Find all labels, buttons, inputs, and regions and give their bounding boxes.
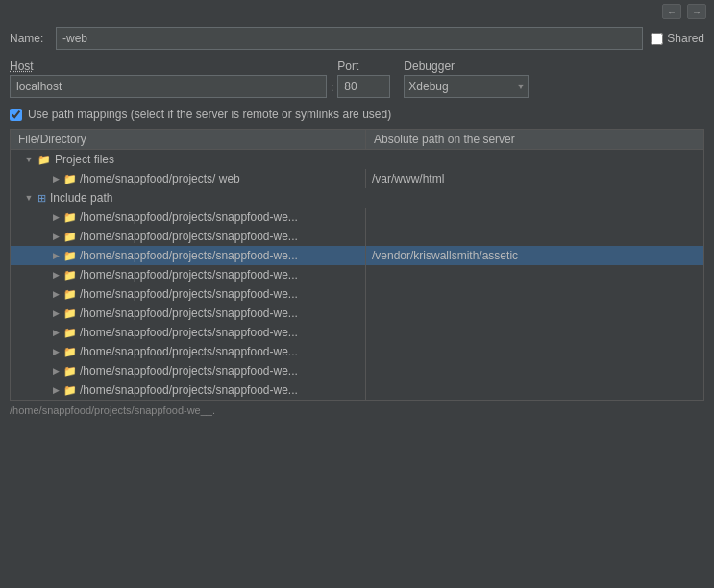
server-path-8 <box>366 349 703 355</box>
include-left-8: ▶ 📁 /home/snappfood/projects/snappfood-w… <box>11 342 366 361</box>
server-path-1 <box>366 214 703 220</box>
server-path-7 <box>366 330 703 335</box>
chevron-right-5: ▶ <box>51 289 61 299</box>
dialog-body: Name: Shared Host : Port Debugger Xdebug… <box>0 21 714 426</box>
include-left-7: ▶ 📁 /home/snappfood/projects/snappfood-w… <box>11 323 366 342</box>
include-row-3[interactable]: ▶ 📁 /home/snappfood/projects/snappfood-w… <box>11 246 703 265</box>
folder-icon-project-child: 📁 <box>63 173 77 185</box>
include-left-2: ▶ 📁 /home/snappfood/projects/snappfood-w… <box>11 227 366 246</box>
host-port-row: Host : Port Debugger Xdebug Zend Debugge… <box>10 60 704 98</box>
include-left-1: ▶ 📁 /home/snappfood/projects/snappfood-w… <box>11 208 366 227</box>
project-file-row[interactable]: ▶ 📁 /home/snappfood/projects/ web /var/w… <box>11 169 703 188</box>
chevron-right-6: ▶ <box>51 308 61 318</box>
folder-icon-9: 📁 <box>63 365 77 378</box>
project-files-label: Project files <box>55 153 114 166</box>
folder-icon-2: 📁 <box>63 231 77 243</box>
chevron-right-7: ▶ <box>51 328 61 337</box>
name-input[interactable] <box>56 27 643 50</box>
include-row-10[interactable]: ▶ 📁 /home/snappfood/projects/snappfood-w… <box>11 380 703 400</box>
path-mapping-row: Use path mappings (select if the server … <box>10 108 704 121</box>
server-path-6 <box>366 310 703 316</box>
folder-icon-project: 📁 <box>37 154 51 166</box>
port-label: Port <box>337 60 390 73</box>
shared-row: Shared <box>651 32 704 45</box>
name-label: Name: <box>10 32 48 45</box>
include-left-10: ▶ 📁 /home/snappfood/projects/snappfood-w… <box>11 380 366 400</box>
name-row: Name: Shared <box>10 27 704 50</box>
port-input[interactable] <box>337 75 390 98</box>
col-file-directory: File/Directory <box>11 130 366 149</box>
chevron-right-8: ▶ <box>51 347 61 356</box>
project-files-section[interactable]: ▼ 📁 Project files <box>11 150 703 169</box>
server-path-5 <box>366 291 703 297</box>
include-row-8[interactable]: ▶ 📁 /home/snappfood/projects/snappfood-w… <box>11 342 703 361</box>
chevron-down-project: ▼ <box>24 155 34 164</box>
top-nav-bar: ← → <box>0 0 714 21</box>
port-group: Port <box>337 60 390 98</box>
include-row-4[interactable]: ▶ 📁 /home/snappfood/projects/snappfood-w… <box>11 265 703 284</box>
server-path-9 <box>366 368 703 374</box>
table-header: File/Directory Absolute path on the serv… <box>11 130 703 150</box>
project-file-server-path: /var/www/html <box>366 169 703 188</box>
include-left-3: ▶ 📁 /home/snappfood/projects/snappfood-w… <box>11 246 366 265</box>
include-path-3: /home/snappfood/projects/snappfood-we... <box>80 249 298 262</box>
host-group: Host <box>10 60 327 98</box>
include-path-8: /home/snappfood/projects/snappfood-we... <box>80 345 298 358</box>
include-path-section[interactable]: ▼ ⊞ Include path <box>11 188 703 208</box>
path-mapping-checkbox[interactable] <box>10 109 22 121</box>
folder-icon-10: 📁 <box>63 384 77 397</box>
server-path-3: /vendor/kriswallsmith/assetic <box>366 246 703 265</box>
path-mapping-label: Use path mappings (select if the server … <box>28 108 391 121</box>
folder-icon-7: 📁 <box>63 327 77 339</box>
col-absolute-path: Absolute path on the server <box>366 130 703 149</box>
server-path-4 <box>366 272 703 278</box>
include-row-9[interactable]: ▶ 📁 /home/snappfood/projects/snappfood-w… <box>11 361 703 380</box>
chevron-right-project-child: ▶ <box>51 174 61 184</box>
chevron-right-3: ▶ <box>51 251 61 260</box>
include-left-9: ▶ 📁 /home/snappfood/projects/snappfood-w… <box>11 361 366 380</box>
shared-label: Shared <box>667 32 704 45</box>
folder-icon-3: 📁 <box>63 250 77 262</box>
server-path-10 <box>366 387 703 393</box>
debugger-select[interactable]: Xdebug Zend Debugger <box>404 75 529 98</box>
include-path-4: /home/snappfood/projects/snappfood-we... <box>80 268 298 282</box>
include-path-1: /home/snappfood/projects/snappfood-we... <box>80 210 298 224</box>
include-path-2: /home/snappfood/projects/snappfood-we... <box>80 230 298 243</box>
chevron-right-2: ▶ <box>51 232 61 241</box>
include-left-6: ▶ 📁 /home/snappfood/projects/snappfood-w… <box>11 304 366 323</box>
project-file-left: ▶ 📁 /home/snappfood/projects/ web <box>11 169 366 188</box>
include-path-9: /home/snappfood/projects/snappfood-we... <box>80 364 298 378</box>
include-path-label: Include path <box>50 191 112 205</box>
shared-checkbox[interactable] <box>651 33 663 45</box>
folder-icon-6: 📁 <box>63 307 77 320</box>
back-button[interactable]: ← <box>662 4 681 19</box>
include-path-7: /home/snappfood/projects/snappfood-we... <box>80 326 298 339</box>
chevron-right-9: ▶ <box>51 366 61 376</box>
include-row-6[interactable]: ▶ 📁 /home/snappfood/projects/snappfood-w… <box>11 304 703 323</box>
mappings-table: File/Directory Absolute path on the serv… <box>10 129 704 401</box>
include-path-10: /home/snappfood/projects/snappfood-we... <box>80 383 298 397</box>
debugger-wrapper: Xdebug Zend Debugger ▼ <box>404 75 529 98</box>
debugger-label: Debugger <box>404 60 529 73</box>
colon: : <box>327 81 337 98</box>
include-path-5: /home/snappfood/projects/snappfood-we... <box>80 287 298 301</box>
folder-icon-8: 📁 <box>63 346 77 358</box>
include-row-5[interactable]: ▶ 📁 /home/snappfood/projects/snappfood-w… <box>11 284 703 304</box>
include-path-6: /home/snappfood/projects/snappfood-we... <box>80 306 298 320</box>
folder-icon-1: 📁 <box>63 211 77 224</box>
debugger-group: Debugger Xdebug Zend Debugger ▼ <box>404 60 529 98</box>
include-row-2[interactable]: ▶ 📁 /home/snappfood/projects/snappfood-w… <box>11 227 703 246</box>
chevron-right-10: ▶ <box>51 385 61 395</box>
forward-button[interactable]: → <box>687 4 706 19</box>
chevron-down-include: ▼ <box>24 193 34 203</box>
footer-path: /home/snappfood/projects/snappfood-we__. <box>10 401 704 420</box>
include-row-7[interactable]: ▶ 📁 /home/snappfood/projects/snappfood-w… <box>11 323 703 342</box>
project-file-path: /home/snappfood/projects/ web <box>80 172 240 185</box>
tree-area[interactable]: ▼ 📁 Project files ▶ 📁 /home/snappfood/pr… <box>11 150 703 400</box>
folder-icon-5: 📁 <box>63 288 77 301</box>
include-row-1[interactable]: ▶ 📁 /home/snappfood/projects/snappfood-w… <box>11 208 703 227</box>
include-left-4: ▶ 📁 /home/snappfood/projects/snappfood-w… <box>11 265 366 284</box>
chevron-right-4: ▶ <box>51 270 61 280</box>
host-input[interactable] <box>10 75 327 98</box>
folder-icon-4: 📁 <box>63 269 77 282</box>
